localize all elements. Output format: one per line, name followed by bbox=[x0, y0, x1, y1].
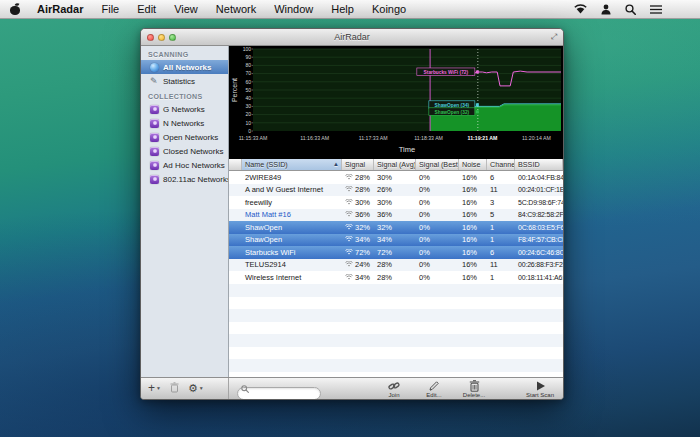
svg-text:70: 70 bbox=[245, 70, 251, 76]
cell-signal: 24% bbox=[342, 260, 374, 269]
column-header-signal[interactable]: Signal bbox=[342, 159, 374, 170]
column-header-signal-best-[interactable]: Signal (Best) bbox=[416, 159, 459, 170]
table-row[interactable]: TELUS291424%28%0%16%1100:26:88:F3:F2:10 bbox=[229, 259, 563, 272]
column-header-bssid[interactable]: BSSID bbox=[515, 159, 563, 170]
sidebar-item-label: All Networks bbox=[163, 63, 211, 72]
sidebar-item-802-11ac-networks[interactable]: 802.11ac Networks bbox=[141, 172, 228, 186]
table-row[interactable]: Matt Matt #1636%36%0%16%584:C9:82:58:2F:… bbox=[229, 209, 563, 222]
sidebar-item-open-networks[interactable]: Open Networks bbox=[141, 130, 228, 144]
table-row[interactable]: ShawOpen34%34%0%16%1F8:4F:57:CB:CD:10 bbox=[229, 234, 563, 247]
wifi-signal-icon bbox=[345, 235, 353, 244]
svg-text:11:19:21 AM: 11:19:21 AM bbox=[468, 135, 498, 141]
cell-bssid: 00:1A:04:FB:84:31 bbox=[515, 174, 563, 181]
sidebar-item-ad-hoc-networks[interactable]: Ad Hoc Networks bbox=[141, 158, 228, 172]
menu-view[interactable]: View bbox=[165, 0, 207, 19]
table-row[interactable]: freewilly30%30%0%16%35C:D9:98:6F:74:8C bbox=[229, 196, 563, 209]
table-row[interactable]: ShawOpen32%32%0%16%10C:68:03:E5:F6:70 bbox=[229, 221, 563, 234]
action-menu-button[interactable]: ⚙▼ bbox=[188, 383, 204, 394]
action-button-label: Start Scan bbox=[526, 392, 554, 398]
sidebar-item-g-networks[interactable]: G Networks bbox=[141, 102, 228, 116]
column-header-channel[interactable]: Channel bbox=[487, 159, 515, 170]
menu-edit[interactable]: Edit bbox=[128, 0, 165, 19]
delete--button[interactable]: Delete... bbox=[459, 380, 489, 398]
menu-network[interactable]: Network bbox=[207, 0, 265, 19]
sidebar-item-label: Statistics bbox=[163, 77, 195, 86]
cell-noise: 16% bbox=[459, 185, 487, 194]
svg-text:30: 30 bbox=[245, 103, 251, 109]
table-row[interactable]: Wireless Internet34%28%0%16%100:18:11:41… bbox=[229, 271, 563, 284]
search-icon bbox=[241, 385, 249, 393]
column-header-name-ssid-[interactable]: Name (SSID)▲ bbox=[242, 159, 342, 170]
cell-signal-best: 0% bbox=[416, 223, 459, 232]
add-collection-button[interactable]: +▼ bbox=[148, 383, 161, 394]
cell-noise: 16% bbox=[459, 223, 487, 232]
table-row[interactable]: A and W Guest Internet28%26%0%16%1100:24… bbox=[229, 184, 563, 197]
svg-text:50: 50 bbox=[245, 87, 251, 93]
svg-text:11:15:33 AM: 11:15:33 AM bbox=[239, 135, 268, 141]
cell-bssid: 84:C9:82:58:2F:7A bbox=[515, 211, 563, 218]
delete-collection-button bbox=[170, 382, 179, 395]
sidebar-item-label: Open Networks bbox=[163, 133, 218, 142]
wifi-signal-icon bbox=[345, 198, 353, 207]
table-row[interactable]: 2WIRE84928%30%0%16%600:1A:04:FB:84:31 bbox=[229, 171, 563, 184]
cell-noise: 16% bbox=[459, 198, 487, 207]
menu-koingo[interactable]: Koingo bbox=[363, 0, 415, 19]
menu-file[interactable]: File bbox=[92, 0, 128, 19]
cell-bssid: 00:24:6C:46:8C:50 bbox=[515, 249, 563, 256]
svg-text:80: 80 bbox=[245, 62, 251, 68]
cell-signal: 72% bbox=[342, 248, 374, 257]
svg-text:Percent: Percent bbox=[231, 78, 238, 102]
apple-menu-icon[interactable] bbox=[10, 3, 20, 15]
collection-icon bbox=[150, 119, 159, 128]
cell-noise: 16% bbox=[459, 260, 487, 269]
sidebar-item-label: Closed Networks bbox=[163, 147, 223, 156]
sidebar-item-all-networks[interactable]: All Networks bbox=[141, 60, 228, 74]
edit--button[interactable]: Edit... bbox=[419, 380, 449, 398]
svg-text:11:17:33 AM: 11:17:33 AM bbox=[359, 135, 388, 141]
cell-noise: 16% bbox=[459, 235, 487, 244]
cell-name: Starbucks WiFi bbox=[242, 248, 342, 257]
title-bar[interactable]: AirRadar ⤢ bbox=[141, 29, 563, 46]
action-button-label: Edit... bbox=[426, 392, 441, 398]
table-row[interactable]: Starbucks WiFi72%72%0%16%600:24:6C:46:8C… bbox=[229, 246, 563, 259]
dropdown-carat-icon: ▼ bbox=[199, 383, 204, 394]
cell-channel: 11 bbox=[487, 260, 515, 269]
cell-channel: 1 bbox=[487, 223, 515, 232]
networks-table: Name (SSID)▲SignalSignal (Avg)Signal (Be… bbox=[229, 159, 563, 377]
column-header-signal-avg-[interactable]: Signal (Avg) bbox=[374, 159, 416, 170]
cell-name: Matt Matt #16 bbox=[242, 210, 342, 219]
menu-airradar[interactable]: AirRadar bbox=[28, 0, 92, 19]
cell-signal: 36% bbox=[342, 210, 374, 219]
cell-signal-avg: 28% bbox=[374, 273, 416, 282]
column-header-noise[interactable]: Noise bbox=[459, 159, 487, 170]
sidebar-item-n-networks[interactable]: N Networks bbox=[141, 116, 228, 130]
wifi-signal-icon bbox=[345, 173, 353, 182]
fullscreen-icon[interactable]: ⤢ bbox=[549, 32, 559, 42]
collection-icon bbox=[150, 133, 159, 142]
cell-noise: 16% bbox=[459, 210, 487, 219]
menu-help[interactable]: Help bbox=[322, 0, 363, 19]
sidebar-item-closed-networks[interactable]: Closed Networks bbox=[141, 144, 228, 158]
wifi-signal-icon bbox=[345, 185, 353, 194]
cell-signal-avg: 72% bbox=[374, 248, 416, 257]
desktop: AirRadarFileEditViewNetworkWindowHelpKoi… bbox=[0, 0, 700, 437]
join-icon bbox=[388, 380, 400, 392]
start-scan-button[interactable]: Start Scan bbox=[525, 380, 555, 398]
wifi-signal-icon bbox=[345, 210, 353, 219]
svg-text:40: 40 bbox=[245, 95, 251, 101]
user-icon[interactable] bbox=[601, 4, 611, 15]
wifi-icon[interactable] bbox=[574, 4, 587, 14]
sidebar-item-statistics[interactable]: ✎Statistics bbox=[141, 74, 228, 88]
cell-channel: 6 bbox=[487, 173, 515, 182]
cell-signal-avg: 30% bbox=[374, 198, 416, 207]
search-input[interactable] bbox=[237, 387, 321, 400]
cell-signal-avg: 32% bbox=[374, 223, 416, 232]
column-header-status[interactable] bbox=[229, 159, 242, 170]
cell-signal-best: 0% bbox=[416, 210, 459, 219]
join-button[interactable]: Join bbox=[379, 380, 409, 398]
notification-center-icon[interactable] bbox=[650, 5, 662, 14]
search-field-wrap bbox=[237, 382, 321, 395]
menu-window[interactable]: Window bbox=[265, 0, 322, 19]
cell-channel: 1 bbox=[487, 273, 515, 282]
spotlight-icon[interactable] bbox=[625, 4, 636, 15]
